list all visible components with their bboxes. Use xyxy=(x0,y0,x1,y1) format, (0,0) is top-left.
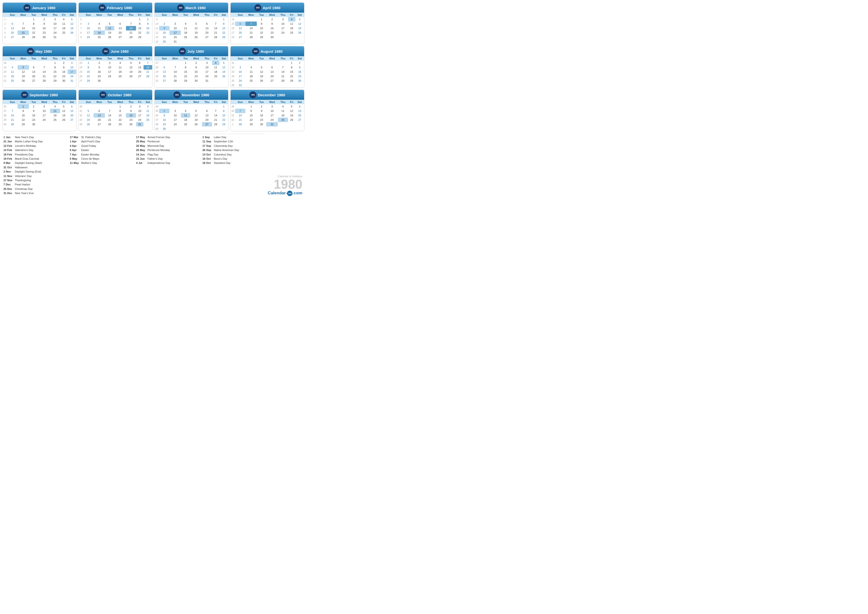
day-cell: 20 xyxy=(266,74,277,78)
day-cell: 30 xyxy=(60,78,68,83)
day-cell: 28 xyxy=(38,78,50,83)
day-cell: 17 xyxy=(266,113,277,118)
day-cell: 21 xyxy=(126,30,136,35)
badge-365-8: 365 xyxy=(252,48,259,55)
branding-site-text: Calendar- xyxy=(268,191,287,196)
holiday-item: 11 NovVeterans' Day xyxy=(3,174,65,178)
month-card-2: 365February 1980SunMonTueWedThuFriSat512… xyxy=(78,3,152,44)
day-cell: 14 xyxy=(235,113,245,118)
day-cell xyxy=(295,122,304,126)
day-cell: 30 xyxy=(159,126,169,131)
branding-badge: 365 xyxy=(287,191,293,196)
day-header-sun: Sun xyxy=(7,100,17,104)
day-cell: 1 xyxy=(181,61,190,65)
month-title-2: February 1980 xyxy=(107,6,132,10)
day-header-sat: Sat xyxy=(68,56,76,61)
day-header-sat: Sat xyxy=(68,100,76,104)
day-cell: 11 xyxy=(278,109,288,113)
day-cell: 31 xyxy=(169,39,181,44)
week-number: 44 xyxy=(155,104,159,109)
week-number: 14 xyxy=(231,17,235,22)
day-header-wed: Wed xyxy=(114,100,126,104)
day-cell: 25 xyxy=(7,78,17,83)
week-row: 3921222324252627 xyxy=(3,118,76,122)
day-cell: 29 xyxy=(136,35,144,39)
day-cell: 27 xyxy=(29,78,38,83)
week-row: 143031 xyxy=(155,39,228,44)
week-row: 4319202122232425 xyxy=(79,118,152,122)
day-cell xyxy=(114,78,126,83)
day-header-mon: Mon xyxy=(169,56,181,61)
week-number: 22 xyxy=(3,78,7,83)
day-cell: 14 xyxy=(212,26,220,30)
day-cell: 18 xyxy=(288,26,295,30)
day-cell: 6 xyxy=(159,65,169,70)
day-cell: 29 xyxy=(220,35,228,39)
day-header-tue: Tue xyxy=(257,100,266,104)
day-cell xyxy=(7,61,17,65)
day-cell xyxy=(245,61,257,65)
week-row: 401234 xyxy=(79,104,152,109)
day-cell: 9 xyxy=(159,26,169,30)
holiday-date: 26 May xyxy=(136,148,146,152)
holiday-date: 11 Nov xyxy=(3,174,14,178)
day-cell: 6 xyxy=(68,104,76,109)
day-cell: 5 xyxy=(295,17,304,22)
day-cell xyxy=(212,17,220,22)
day-cell: 30 xyxy=(126,122,136,126)
week-number: 38 xyxy=(3,113,7,118)
holiday-item: 26 MayMemorial Day xyxy=(136,144,197,148)
badge-365-5: 365 xyxy=(27,48,34,55)
week-number: 32 xyxy=(231,65,235,70)
holiday-item: 1 AprApril Fool's Day xyxy=(70,140,131,143)
day-cell xyxy=(202,126,212,131)
month-header-8: 365August 1980 xyxy=(231,46,304,56)
day-cell: 23 xyxy=(190,74,202,78)
day-cell: 8 xyxy=(136,22,144,26)
day-cell: 3 xyxy=(202,61,212,65)
day-cell xyxy=(181,104,190,109)
week-row: 323456789 xyxy=(231,65,304,70)
week-row: 3310111213141516 xyxy=(231,70,304,74)
cal-table-9: SunMonTueWedThuFriSat3612345637789101112… xyxy=(3,100,76,126)
day-cell: 26 xyxy=(105,35,114,39)
day-cell: 17 xyxy=(38,113,50,118)
week-header xyxy=(3,100,7,104)
branding-site-suffix: .com xyxy=(293,191,302,196)
week-row: 26789101112 xyxy=(3,22,76,26)
holiday-name: Presidents Day xyxy=(15,153,33,157)
day-cell: 4 xyxy=(181,22,190,26)
day-header-tue: Tue xyxy=(105,100,114,104)
day-cell: 9 xyxy=(144,22,152,26)
day-cell: 7 xyxy=(278,65,288,70)
day-cell: 3 xyxy=(266,104,277,109)
month-header-1: 365January 1980 xyxy=(3,3,76,12)
day-header-tue: Tue xyxy=(29,100,38,104)
day-cell: 18 xyxy=(181,118,190,122)
week-header xyxy=(3,56,7,61)
week-header xyxy=(155,56,159,61)
day-cell xyxy=(257,61,266,65)
day-cell: 26 xyxy=(60,118,68,122)
week-row: 420212223242526 xyxy=(3,30,76,35)
holiday-date: 14 Jun xyxy=(136,153,146,157)
week-row: 24891011121314 xyxy=(79,65,152,70)
day-cell: 1 xyxy=(17,104,29,109)
day-cell: 4 xyxy=(93,22,105,26)
day-cell: 10 xyxy=(266,109,277,113)
holiday-item: 19 FebMardi Gras Carnival xyxy=(3,157,65,161)
day-cell xyxy=(190,17,202,22)
week-number: 41 xyxy=(79,109,83,113)
holiday-date: 2 Nov xyxy=(3,170,14,174)
day-cell: 11 xyxy=(114,65,126,70)
week-row: 312728293031 xyxy=(155,78,228,83)
day-cell: 28 xyxy=(278,78,288,83)
day-header-tue: Tue xyxy=(181,12,190,17)
day-cell xyxy=(220,78,228,83)
day-header-mon: Mon xyxy=(17,56,29,61)
day-header-sat: Sat xyxy=(220,100,228,104)
day-cell: 2 xyxy=(295,61,304,65)
day-cell: 7 xyxy=(126,22,136,26)
day-cell: 4 xyxy=(60,17,68,22)
holiday-date: 19 Feb xyxy=(3,157,14,161)
